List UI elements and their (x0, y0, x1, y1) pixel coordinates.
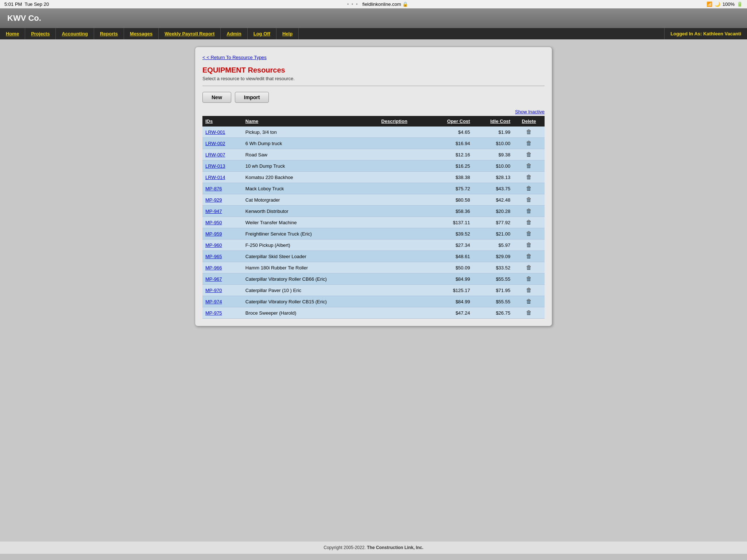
cell-name: Caterpillar Paver (10 ) Eric (243, 285, 379, 296)
resource-id-link[interactable]: LRW-014 (205, 175, 225, 180)
cell-id: LRW-001 (202, 127, 243, 138)
nav-weekly-payroll[interactable]: Weekly Payroll Report (159, 28, 221, 39)
delete-icon[interactable]: 🗑 (526, 219, 532, 225)
cell-id: MP-950 (202, 217, 243, 228)
cell-id: MP-966 (202, 262, 243, 273)
delete-icon[interactable]: 🗑 (526, 174, 532, 180)
footer-company: The Construction Link, Inc. (367, 545, 423, 550)
cell-delete: 🗑 (513, 183, 545, 194)
cell-id: LRW-014 (202, 172, 243, 183)
resource-id-link[interactable]: MP-929 (205, 197, 222, 203)
cell-name: Road Saw (243, 149, 379, 160)
resource-id-link[interactable]: MP-960 (205, 242, 222, 248)
delete-icon[interactable]: 🗑 (526, 129, 532, 135)
cell-oper-cost: $80.58 (428, 194, 473, 206)
resource-id-link[interactable]: LRW-001 (205, 129, 225, 135)
cell-name: Komatsu 220 Backhoe (243, 172, 379, 183)
import-button[interactable]: Import (235, 92, 269, 103)
resource-id-link[interactable]: MP-959 (205, 231, 222, 237)
nav-admin[interactable]: Admin (221, 28, 247, 39)
nav-help[interactable]: Help (276, 28, 299, 39)
col-delete: Delete (513, 116, 545, 127)
delete-icon[interactable]: 🗑 (526, 197, 532, 203)
delete-icon[interactable]: 🗑 (526, 310, 532, 316)
resource-id-link[interactable]: LRW-013 (205, 163, 225, 169)
cell-name: F-250 Pickup (Albert) (243, 240, 379, 251)
app-header: KWV Co. (0, 8, 747, 28)
delete-icon[interactable]: 🗑 (526, 287, 532, 293)
nav-log-off[interactable]: Log Off (248, 28, 276, 39)
delete-icon[interactable]: 🗑 (526, 151, 532, 158)
delete-icon[interactable]: 🗑 (526, 253, 532, 259)
cell-idle-cost: $26.75 (473, 307, 514, 319)
cell-name: Caterpillar Vibratory Roller CB66 (Eric) (243, 273, 379, 285)
cell-id: MP-975 (202, 307, 243, 319)
table-row: MP-947 Kenworth Distributor $58.36 $20.2… (202, 206, 545, 217)
cell-delete: 🗑 (513, 296, 545, 307)
delete-icon[interactable]: 🗑 (526, 185, 532, 191)
delete-icon[interactable]: 🗑 (526, 230, 532, 237)
cell-delete: 🗑 (513, 149, 545, 160)
cell-delete: 🗑 (513, 206, 545, 217)
col-name: Name (243, 116, 379, 127)
resource-id-link[interactable]: MP-967 (205, 276, 222, 282)
cell-idle-cost: $20.28 (473, 206, 514, 217)
delete-icon[interactable]: 🗑 (526, 298, 532, 304)
cell-idle-cost: $10.00 (473, 160, 514, 172)
back-link[interactable]: < < Return To Resource Types (202, 55, 267, 60)
resource-id-link[interactable]: MP-966 (205, 265, 222, 271)
cell-oper-cost: $27.34 (428, 240, 473, 251)
delete-icon[interactable]: 🗑 (526, 242, 532, 248)
browser-url-bar: • • • fieldlinkonline.com 🔒 (49, 1, 707, 7)
delete-icon[interactable]: 🗑 (526, 276, 532, 282)
resource-id-link[interactable]: MP-947 (205, 209, 222, 214)
table-row: LRW-014 Komatsu 220 Backhoe $38.38 $28.1… (202, 172, 545, 183)
resource-id-link[interactable]: MP-974 (205, 299, 222, 304)
nav-reports[interactable]: Reports (94, 28, 124, 39)
cell-oper-cost: $38.38 (428, 172, 473, 183)
nav-projects[interactable]: Projects (25, 28, 56, 39)
cell-oper-cost: $50.09 (428, 262, 473, 273)
delete-icon[interactable]: 🗑 (526, 163, 532, 169)
cell-idle-cost: $55.55 (473, 296, 514, 307)
table-row: MP-975 Broce Sweeper (Harold) $47.24 $26… (202, 307, 545, 319)
resource-table: IDs Name Description Oper Cost Idle Cost… (202, 116, 545, 319)
status-bar: 5:01 PM Tue Sep 20 • • • fieldlinkonline… (0, 0, 747, 8)
footer: Copyright 2005-2022. The Construction Li… (0, 541, 747, 554)
cell-delete: 🗑 (513, 160, 545, 172)
cell-id: MP-967 (202, 273, 243, 285)
resource-id-link[interactable]: MP-950 (205, 220, 222, 225)
cell-name: Mack Loboy Truck (243, 183, 379, 194)
nav-home[interactable]: Home (0, 28, 25, 39)
nav-messages[interactable]: Messages (124, 28, 159, 39)
cell-oper-cost: $48.61 (428, 251, 473, 262)
cell-name: Kenworth Distributor (243, 206, 379, 217)
cell-delete: 🗑 (513, 273, 545, 285)
resource-id-link[interactable]: LRW-007 (205, 152, 225, 158)
nav-accounting[interactable]: Accounting (56, 28, 94, 39)
cell-name: Caterpillar Vibratory Roller CB15 (Eric) (243, 296, 379, 307)
cell-description (378, 206, 428, 217)
cell-delete: 🗑 (513, 240, 545, 251)
cell-idle-cost: $10.00 (473, 138, 514, 149)
delete-icon[interactable]: 🗑 (526, 264, 532, 271)
resource-id-link[interactable]: LRW-002 (205, 141, 225, 146)
resource-id-link[interactable]: MP-965 (205, 254, 222, 259)
resource-id-link[interactable]: MP-970 (205, 288, 222, 293)
cell-description (378, 172, 428, 183)
cell-description (378, 127, 428, 138)
new-button[interactable]: New (202, 92, 231, 103)
cell-id: LRW-007 (202, 149, 243, 160)
col-idle-cost: Idle Cost (473, 116, 514, 127)
cell-idle-cost: $29.09 (473, 251, 514, 262)
delete-icon[interactable]: 🗑 (526, 140, 532, 146)
cell-name: Weiler Transfer Machine (243, 217, 379, 228)
delete-icon[interactable]: 🗑 (526, 208, 532, 214)
cell-idle-cost: $42.48 (473, 194, 514, 206)
cell-description (378, 307, 428, 319)
resource-id-link[interactable]: MP-876 (205, 186, 222, 191)
cell-idle-cost: $5.97 (473, 240, 514, 251)
resource-id-link[interactable]: MP-975 (205, 310, 222, 316)
show-inactive-link[interactable]: Show Inactive (515, 109, 545, 114)
table-row: MP-970 Caterpillar Paver (10 ) Eric $125… (202, 285, 545, 296)
